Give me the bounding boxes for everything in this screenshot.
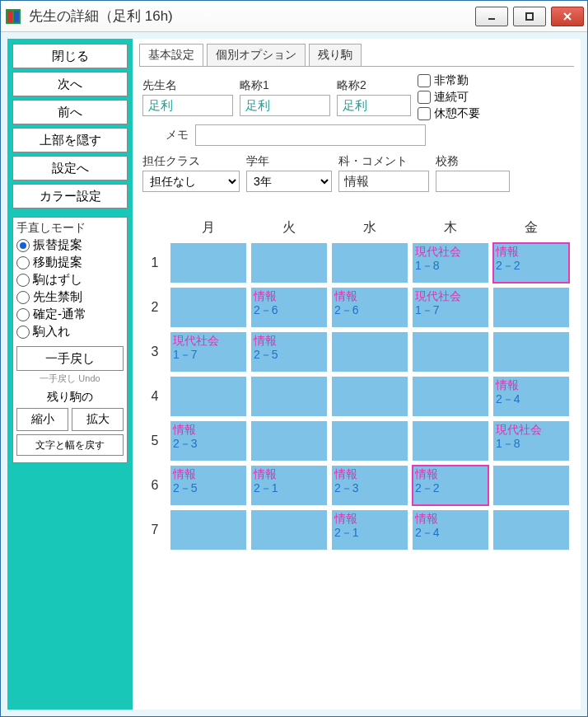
timetable-cell[interactable]: 情報2－6 [332, 288, 408, 327]
nobreak-checkbox[interactable]: 休憩不要 [418, 106, 480, 121]
cell-class: 2－2 [496, 259, 567, 273]
nav-button-1[interactable]: 次へ [12, 72, 128, 96]
timetable-cell[interactable]: 情報2－5 [170, 466, 246, 505]
mode-radio-1[interactable]: 移動提案 [16, 255, 124, 270]
nav-button-0[interactable]: 閉じる [12, 44, 128, 68]
zoom-in-button[interactable]: 拡大 [72, 408, 124, 431]
mode-radio-5[interactable]: 駒入れ [16, 324, 124, 340]
duty-input[interactable] [436, 171, 510, 192]
cell-subject: 情報 [173, 467, 244, 481]
name-input[interactable] [142, 95, 233, 116]
duty-label: 校務 [436, 154, 510, 169]
cell-class: 2－2 [415, 481, 486, 495]
timetable-cell[interactable]: 現代社会1－7 [413, 288, 488, 327]
timetable-cell[interactable] [493, 466, 569, 505]
period-header: 1 [144, 243, 166, 283]
main-panel: 基本設定個別オプション残り駒 先生名 略称1 略称2 非常勤 連続可 休憩不要 [133, 39, 581, 710]
period-header: 2 [144, 288, 166, 327]
day-header: 月 [170, 217, 246, 238]
timetable-cell[interactable] [251, 243, 327, 283]
abbr1-input[interactable] [240, 95, 330, 116]
nav-button-2[interactable]: 前へ [12, 100, 128, 124]
timetable-cell[interactable] [493, 510, 569, 550]
cell-subject: 情報 [496, 245, 567, 259]
timetable-cell[interactable]: 情報2－1 [332, 510, 408, 550]
timetable-cell[interactable] [170, 377, 246, 416]
memo-label: メモ [142, 128, 189, 143]
handmode-title: 手直しモード [16, 221, 124, 236]
tab-2[interactable]: 残り駒 [309, 44, 362, 66]
tab-0[interactable]: 基本設定 [139, 44, 203, 66]
undo-button[interactable]: 一手戻し [16, 346, 124, 371]
timetable-cell[interactable] [413, 421, 488, 461]
timetable-cell[interactable]: 現代社会1－8 [413, 243, 488, 283]
cell-subject: 情報 [334, 467, 405, 481]
nav-button-4[interactable]: 設定へ [12, 156, 128, 180]
timetable-cell[interactable]: 情報2－2 [493, 243, 569, 283]
consecutive-checkbox[interactable]: 連続可 [418, 90, 480, 105]
memo-input[interactable] [195, 124, 426, 146]
svg-rect-1 [7, 11, 12, 22]
tab-1[interactable]: 個別オプション [207, 44, 306, 66]
timetable-cell[interactable] [251, 510, 327, 550]
form: 先生名 略称1 略称2 非常勤 連続可 休憩不要 メモ [139, 67, 574, 195]
mode-radio-4[interactable]: 確定-通常 [16, 307, 124, 322]
timetable-cell[interactable] [413, 332, 488, 372]
nav-button-5[interactable]: カラー設定 [12, 184, 128, 209]
period-header: 6 [144, 466, 166, 505]
maximize-button[interactable] [513, 7, 546, 26]
window: 先生の詳細（足利 16h) 閉じる次へ前へ上部を隠す設定へカラー設定 手直しモー… [0, 0, 588, 717]
timetable-cell[interactable] [251, 421, 327, 461]
nav-button-3[interactable]: 上部を隠す [12, 128, 128, 152]
tabs: 基本設定個別オプション残り駒 [139, 44, 574, 67]
class-label: 担任クラス [142, 154, 240, 169]
timetable-cell[interactable] [332, 243, 408, 283]
timetable-cell[interactable]: 情報2－1 [251, 466, 327, 505]
timetable-cell[interactable]: 情報2－4 [413, 510, 488, 550]
timetable-cell[interactable]: 情報2－4 [493, 377, 569, 416]
timetable-cell[interactable] [332, 332, 408, 372]
timetable-cell[interactable]: 情報2－2 [413, 466, 488, 505]
timetable-cell[interactable] [493, 332, 569, 372]
sidebar: 閉じる次へ前へ上部を隠す設定へカラー設定 手直しモード 振替提案移動提案駒はずし… [7, 39, 133, 710]
close-button[interactable] [551, 7, 584, 26]
timetable-cell[interactable] [493, 288, 569, 327]
timetable-cell[interactable] [413, 377, 488, 416]
timetable-cell[interactable] [251, 377, 327, 416]
timetable-cell[interactable] [170, 243, 246, 283]
cell-subject: 情報 [334, 512, 405, 526]
parttime-checkbox[interactable]: 非常勤 [418, 73, 480, 88]
timetable-cell[interactable] [332, 377, 408, 416]
mode-radio-2[interactable]: 駒はずし [16, 272, 124, 288]
svg-rect-4 [526, 13, 533, 20]
titlebar: 先生の詳細（足利 16h) [1, 1, 587, 32]
cell-subject: 情報 [334, 289, 405, 303]
cell-subject: 情報 [254, 334, 324, 348]
timetable-cell[interactable]: 情報2－5 [251, 332, 327, 372]
timetable-cell[interactable]: 情報2－3 [332, 466, 408, 505]
cell-class: 2－5 [173, 481, 244, 495]
class-select[interactable]: 担任なし [142, 171, 240, 192]
reset-width-button[interactable]: 文字と幅を戻す [16, 434, 124, 456]
abbr2-input[interactable] [337, 95, 411, 116]
timetable-cell[interactable]: 現代社会1－7 [170, 332, 246, 372]
grade-select[interactable]: 3年 [246, 171, 332, 192]
minimize-button[interactable] [475, 7, 508, 26]
cell-subject: 情報 [496, 378, 567, 392]
subject-label: 科・コメント [338, 154, 429, 169]
timetable-cell[interactable]: 情報2－3 [170, 421, 246, 461]
timetable-cell[interactable] [332, 421, 408, 461]
zoom-out-button[interactable]: 縮小 [16, 408, 68, 431]
cell-class: 2－3 [173, 437, 244, 451]
day-header: 木 [413, 217, 488, 238]
undo-hint: 一手戻し Undo [16, 373, 124, 385]
subject-input[interactable] [338, 171, 429, 192]
mode-radio-3[interactable]: 先生禁制 [16, 289, 124, 305]
mode-radio-0[interactable]: 振替提案 [16, 237, 124, 253]
timetable-cell[interactable] [170, 288, 246, 327]
timetable-cell[interactable]: 情報2－6 [251, 288, 327, 327]
timetable-cell[interactable]: 現代社会1－8 [493, 421, 569, 461]
timetable-cell[interactable] [170, 510, 246, 550]
cell-class: 2－4 [415, 526, 486, 540]
app-icon [4, 7, 22, 26]
